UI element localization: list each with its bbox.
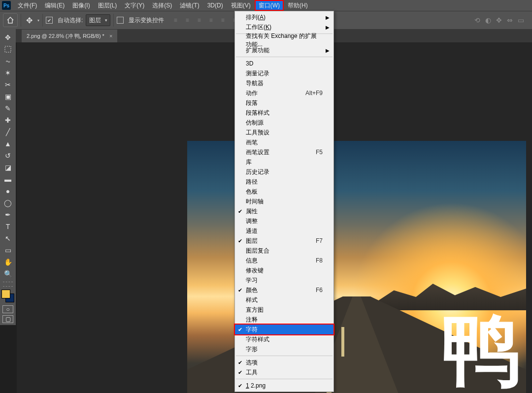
menu-item-画笔设置[interactable]: 画笔设置F5 [235,147,333,157]
menu-item-字符样式[interactable]: 字符样式 [235,334,333,344]
lasso-tool[interactable]: ⏦ [0,55,16,67]
menu-select[interactable]: 选择(S) [148,0,176,11]
menu-item-色板[interactable]: 色板 [235,187,333,196]
crop-tool[interactable]: ✂ [0,79,16,91]
menu-shortcut: F8 [316,257,323,264]
type-tool[interactable]: T [0,221,16,232]
dodge-tool[interactable]: ◯ [0,197,16,209]
gradient-tool[interactable]: ▬ [0,173,16,185]
screen-mode-toggle[interactable]: ▢ [2,315,13,323]
show-transform-checkbox[interactable] [117,17,124,24]
menu-item-图层[interactable]: ✔图层F7 [235,236,333,246]
menu-item-1 2.png[interactable]: ✔1 2.png [235,381,333,391]
menu-item-字符[interactable]: ✔字符 [235,325,333,334]
menu-item-路径[interactable]: 路径 [235,177,333,187]
close-tab-icon[interactable]: × [109,33,112,39]
menu-filter[interactable]: 滤镜(T) [176,0,203,11]
color-swatches[interactable] [1,290,14,302]
menu-item-选项[interactable]: ✔选项 [235,358,333,367]
menu-item-排列[interactable]: 排列(A)▶ [235,12,333,22]
3d-orbit-icon[interactable]: ⟲ [474,16,480,24]
menu-item-查找有关 Exchange 的扩展功能...[interactable]: 查找有关 Exchange 的扩展功能... [235,35,333,45]
menu-item-属性[interactable]: ✔属性 [235,206,333,216]
menu-item-3D[interactable]: 3D [235,59,333,68]
menu-item-label: 测量记录 [246,69,269,78]
quick-mask-toggle[interactable]: ○ [2,305,13,313]
menu-item-样式[interactable]: 样式 [235,295,333,305]
auto-select-target-combo[interactable]: 图层 [86,14,110,26]
menu-3d[interactable]: 3D(D) [203,0,227,11]
show-transform-label: 显示变换控件 [129,16,164,25]
align-middle-icon[interactable]: ≡ [217,15,228,26]
3d-camera-icon[interactable]: ▭ [518,16,524,24]
align-left-icon[interactable]: ≡ [170,15,181,26]
align-top-icon[interactable]: ≡ [205,15,216,26]
menu-item-label: 工作区(K) [246,23,271,32]
3d-roll-icon[interactable]: ◐ [485,16,491,24]
menu-item-动作[interactable]: 动作Alt+F9 [235,88,333,98]
rectangle-tool[interactable]: ▭ [0,244,16,256]
document-tab[interactable]: 2.png @ 22.8% (冲 鸭, RGB/8) * × [22,30,117,42]
auto-select-checkbox[interactable]: ✔ [46,17,53,24]
menu-item-时间轴[interactable]: 时间轴 [235,196,333,206]
menu-window[interactable]: 窗口(W) [255,0,284,11]
menu-item-扩展功能[interactable]: 扩展功能▶ [235,45,333,55]
path-select-tool[interactable]: ↖ [0,232,16,244]
menu-item-工具[interactable]: ✔工具 [235,367,333,377]
magic-wand-tool[interactable]: ✶ [0,67,16,79]
blur-tool[interactable]: ● [0,185,16,197]
menu-item-信息[interactable]: 信息F8 [235,256,333,265]
menu-item-修改键[interactable]: 修改键 [235,265,333,275]
menu-help[interactable]: 帮助(H) [284,0,312,11]
healing-brush-tool[interactable]: ✚ [0,114,16,126]
menu-item-颜色[interactable]: ✔颜色F6 [235,285,333,295]
menu-item-仿制源[interactable]: 仿制源 [235,118,333,128]
menu-item-段落[interactable]: 段落 [235,98,333,108]
menu-item-直方图[interactable]: 直方图 [235,305,333,315]
menu-image[interactable]: 图像(I) [68,0,94,11]
menu-item-导航器[interactable]: 导航器 [235,78,333,88]
menu-item-工作区[interactable]: 工作区(K)▶ [235,22,333,32]
menu-item-库[interactable]: 库 [235,157,333,167]
menu-layer[interactable]: 图层(L) [94,0,121,11]
zoom-tool[interactable]: 🔍 [0,268,16,280]
hand-tool[interactable]: ✋ [0,256,16,268]
home-button[interactable] [3,13,18,27]
edit-toolbar-icon[interactable] [3,282,13,287]
eraser-tool[interactable]: ◪ [0,162,16,173]
3d-pan-icon[interactable]: ✥ [496,16,502,24]
menu-item-测量记录[interactable]: 测量记录 [235,68,333,78]
menu-item-画笔[interactable]: 画笔 [235,137,333,147]
menu-item-字形[interactable]: 字形 [235,344,333,354]
pen-tool[interactable]: ✒ [0,209,16,221]
menu-item-工具预设[interactable]: 工具预设 [235,128,333,137]
menu-file[interactable]: 文件(F) [14,0,41,11]
align-right-icon[interactable]: ≡ [194,15,204,26]
foreground-color-swatch[interactable] [1,290,10,298]
marquee-tool[interactable] [0,43,16,55]
menu-view[interactable]: 视图(V) [227,0,255,11]
menu-item-通道[interactable]: 通道 [235,226,333,236]
menu-item-调整[interactable]: 调整 [235,216,333,226]
brush-tool[interactable]: ╱ [0,126,16,138]
menu-item-label: 字符样式 [246,335,269,344]
frame-tool[interactable]: ▣ [0,91,16,102]
move-tool[interactable]: ✥ [0,32,16,43]
separator [21,14,21,27]
3d-slide-icon[interactable]: ⇔ [507,16,513,24]
history-brush-tool[interactable]: ↺ [0,150,16,162]
tools-panel: ✥ ⏦ ✶ ✂ ▣ ✎ ✚ ╱ ▲ ↺ ◪ ▬ ● ◯ ✒ T ↖ ▭ ✋ 🔍 … [0,29,16,325]
menu-item-图层复合[interactable]: 图层复合 [235,246,333,256]
clone-stamp-tool[interactable]: ▲ [0,138,16,150]
menu-item-历史记录[interactable]: 历史记录 [235,167,333,177]
menu-item-学习[interactable]: 学习 [235,275,333,285]
menu-item-label: 画笔 [246,138,258,147]
align-center-h-icon[interactable]: ≡ [182,15,193,26]
menu-edit[interactable]: 编辑(E) [41,0,68,11]
menu-item-注释[interactable]: 注释 [235,315,333,325]
menu-item-段落样式[interactable]: 段落样式 [235,108,333,118]
menu-type[interactable]: 文字(Y) [121,0,148,11]
chevron-down-icon[interactable]: ▾ [37,18,39,23]
eyedropper-tool[interactable]: ✎ [0,102,16,114]
menu-item-label: 画笔设置 [246,148,269,157]
